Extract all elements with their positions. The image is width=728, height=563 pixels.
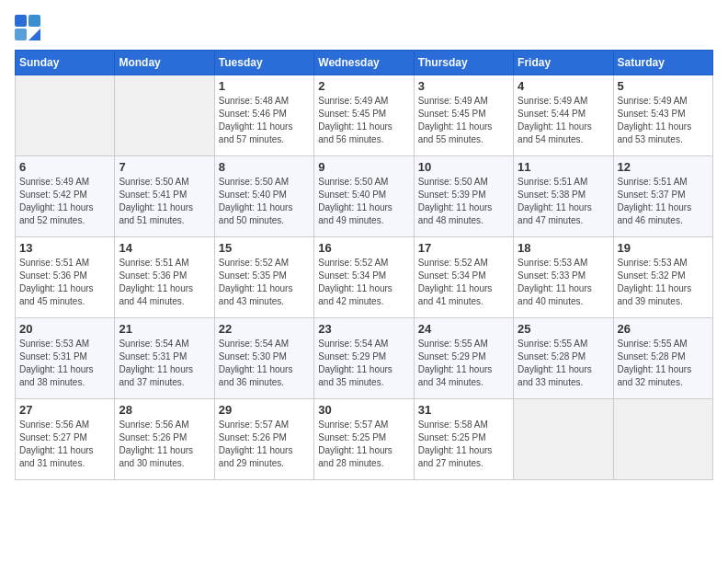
day-number: 2 (318, 79, 409, 93)
day-number: 26 (618, 322, 709, 336)
day-info: Sunrise: 5:49 AM Sunset: 5:45 PM Dayligh… (318, 95, 409, 146)
day-info: Sunrise: 5:54 AM Sunset: 5:31 PM Dayligh… (119, 338, 210, 389)
calendar-day-cell: 6 Sunrise: 5:49 AM Sunset: 5:42 PM Dayli… (16, 156, 115, 237)
day-number: 12 (618, 160, 709, 174)
calendar-day-cell: 9 Sunrise: 5:50 AM Sunset: 5:40 PM Dayli… (314, 156, 414, 237)
day-info: Sunrise: 5:53 AM Sunset: 5:32 PM Dayligh… (618, 257, 709, 308)
day-info: Sunrise: 5:50 AM Sunset: 5:41 PM Dayligh… (119, 176, 210, 227)
day-number: 11 (518, 160, 609, 174)
calendar-day-cell: 16 Sunrise: 5:52 AM Sunset: 5:34 PM Dayl… (314, 237, 414, 318)
calendar-week-row: 1 Sunrise: 5:48 AM Sunset: 5:46 PM Dayli… (16, 75, 713, 156)
calendar-day-cell: 7 Sunrise: 5:50 AM Sunset: 5:41 PM Dayli… (115, 156, 214, 237)
page-header (15, 15, 713, 40)
calendar-day-cell: 20 Sunrise: 5:53 AM Sunset: 5:31 PM Dayl… (16, 318, 115, 399)
day-info: Sunrise: 5:52 AM Sunset: 5:34 PM Dayligh… (418, 257, 509, 308)
day-info: Sunrise: 5:56 AM Sunset: 5:26 PM Dayligh… (119, 419, 210, 470)
day-info: Sunrise: 5:54 AM Sunset: 5:30 PM Dayligh… (219, 338, 310, 389)
calendar-day-cell: 21 Sunrise: 5:54 AM Sunset: 5:31 PM Dayl… (115, 318, 214, 399)
weekday-header-cell: Friday (514, 51, 613, 75)
day-info: Sunrise: 5:49 AM Sunset: 5:44 PM Dayligh… (518, 95, 609, 146)
calendar-day-cell: 13 Sunrise: 5:51 AM Sunset: 5:36 PM Dayl… (16, 237, 115, 318)
day-number: 10 (418, 160, 509, 174)
calendar-day-cell: 25 Sunrise: 5:55 AM Sunset: 5:28 PM Dayl… (514, 318, 613, 399)
weekday-header-cell: Thursday (414, 51, 513, 75)
day-number: 5 (618, 79, 709, 93)
calendar-week-row: 20 Sunrise: 5:53 AM Sunset: 5:31 PM Dayl… (16, 318, 713, 399)
day-info: Sunrise: 5:53 AM Sunset: 5:31 PM Dayligh… (19, 338, 110, 389)
day-number: 21 (119, 322, 210, 336)
day-info: Sunrise: 5:51 AM Sunset: 5:37 PM Dayligh… (618, 176, 709, 227)
day-info: Sunrise: 5:50 AM Sunset: 5:40 PM Dayligh… (219, 176, 310, 227)
day-number: 30 (318, 403, 409, 417)
calendar-day-cell: 30 Sunrise: 5:57 AM Sunset: 5:25 PM Dayl… (314, 399, 414, 480)
calendar-week-row: 13 Sunrise: 5:51 AM Sunset: 5:36 PM Dayl… (16, 237, 713, 318)
calendar-day-cell: 4 Sunrise: 5:49 AM Sunset: 5:44 PM Dayli… (514, 75, 613, 156)
calendar-day-cell (16, 75, 115, 156)
calendar-day-cell: 14 Sunrise: 5:51 AM Sunset: 5:36 PM Dayl… (115, 237, 214, 318)
calendar-day-cell: 11 Sunrise: 5:51 AM Sunset: 5:38 PM Dayl… (514, 156, 613, 237)
calendar-day-cell: 26 Sunrise: 5:55 AM Sunset: 5:28 PM Dayl… (613, 318, 712, 399)
day-info: Sunrise: 5:49 AM Sunset: 5:42 PM Dayligh… (19, 176, 110, 227)
day-number: 1 (219, 79, 310, 93)
day-number: 16 (318, 241, 409, 255)
calendar-day-cell: 19 Sunrise: 5:53 AM Sunset: 5:32 PM Dayl… (613, 237, 712, 318)
day-number: 8 (219, 160, 310, 174)
calendar-day-cell: 17 Sunrise: 5:52 AM Sunset: 5:34 PM Dayl… (414, 237, 513, 318)
calendar-day-cell: 31 Sunrise: 5:58 AM Sunset: 5:25 PM Dayl… (414, 399, 513, 480)
logo (15, 15, 44, 40)
day-info: Sunrise: 5:50 AM Sunset: 5:39 PM Dayligh… (418, 176, 509, 227)
weekday-header-cell: Sunday (16, 51, 115, 75)
day-number: 7 (119, 160, 210, 174)
day-info: Sunrise: 5:57 AM Sunset: 5:26 PM Dayligh… (219, 419, 310, 470)
calendar-day-cell: 3 Sunrise: 5:49 AM Sunset: 5:45 PM Dayli… (414, 75, 513, 156)
day-number: 31 (418, 403, 509, 417)
day-number: 4 (518, 79, 609, 93)
day-info: Sunrise: 5:53 AM Sunset: 5:33 PM Dayligh… (518, 257, 609, 308)
day-info: Sunrise: 5:51 AM Sunset: 5:38 PM Dayligh… (518, 176, 609, 227)
day-number: 15 (219, 241, 310, 255)
calendar-day-cell: 18 Sunrise: 5:53 AM Sunset: 5:33 PM Dayl… (514, 237, 613, 318)
calendar-week-row: 6 Sunrise: 5:49 AM Sunset: 5:42 PM Dayli… (16, 156, 713, 237)
svg-marker-3 (28, 29, 40, 40)
svg-rect-1 (28, 15, 40, 27)
day-info: Sunrise: 5:55 AM Sunset: 5:28 PM Dayligh… (518, 338, 609, 389)
weekday-header-cell: Saturday (613, 51, 712, 75)
calendar-day-cell (514, 399, 613, 480)
calendar-day-cell: 27 Sunrise: 5:56 AM Sunset: 5:27 PM Dayl… (16, 399, 115, 480)
day-number: 9 (318, 160, 409, 174)
day-number: 22 (219, 322, 310, 336)
weekday-header-cell: Wednesday (314, 51, 414, 75)
day-number: 14 (119, 241, 210, 255)
calendar-table: SundayMondayTuesdayWednesdayThursdayFrid… (15, 50, 713, 480)
day-info: Sunrise: 5:50 AM Sunset: 5:40 PM Dayligh… (318, 176, 409, 227)
day-info: Sunrise: 5:49 AM Sunset: 5:45 PM Dayligh… (418, 95, 509, 146)
day-number: 29 (219, 403, 310, 417)
calendar-day-cell: 5 Sunrise: 5:49 AM Sunset: 5:43 PM Dayli… (613, 75, 712, 156)
day-info: Sunrise: 5:51 AM Sunset: 5:36 PM Dayligh… (19, 257, 110, 308)
day-info: Sunrise: 5:52 AM Sunset: 5:34 PM Dayligh… (318, 257, 409, 308)
calendar-day-cell: 8 Sunrise: 5:50 AM Sunset: 5:40 PM Dayli… (214, 156, 313, 237)
weekday-header-cell: Monday (115, 51, 214, 75)
calendar-week-row: 27 Sunrise: 5:56 AM Sunset: 5:27 PM Dayl… (16, 399, 713, 480)
logo-icon (15, 15, 40, 40)
day-info: Sunrise: 5:51 AM Sunset: 5:36 PM Dayligh… (119, 257, 210, 308)
weekday-header-cell: Tuesday (214, 51, 313, 75)
calendar-day-cell: 24 Sunrise: 5:55 AM Sunset: 5:29 PM Dayl… (414, 318, 513, 399)
svg-rect-2 (15, 29, 27, 40)
calendar-day-cell (115, 75, 214, 156)
day-number: 6 (19, 160, 110, 174)
calendar-day-cell: 2 Sunrise: 5:49 AM Sunset: 5:45 PM Dayli… (314, 75, 414, 156)
svg-rect-0 (15, 15, 27, 27)
day-info: Sunrise: 5:52 AM Sunset: 5:35 PM Dayligh… (219, 257, 310, 308)
calendar-day-cell: 29 Sunrise: 5:57 AM Sunset: 5:26 PM Dayl… (214, 399, 313, 480)
day-number: 25 (518, 322, 609, 336)
day-info: Sunrise: 5:58 AM Sunset: 5:25 PM Dayligh… (418, 419, 509, 470)
calendar-day-cell: 23 Sunrise: 5:54 AM Sunset: 5:29 PM Dayl… (314, 318, 414, 399)
day-number: 28 (119, 403, 210, 417)
calendar-day-cell: 28 Sunrise: 5:56 AM Sunset: 5:26 PM Dayl… (115, 399, 214, 480)
day-number: 13 (19, 241, 110, 255)
calendar-day-cell: 1 Sunrise: 5:48 AM Sunset: 5:46 PM Dayli… (214, 75, 313, 156)
calendar-day-cell (613, 399, 712, 480)
calendar-day-cell: 10 Sunrise: 5:50 AM Sunset: 5:39 PM Dayl… (414, 156, 513, 237)
day-number: 3 (418, 79, 509, 93)
